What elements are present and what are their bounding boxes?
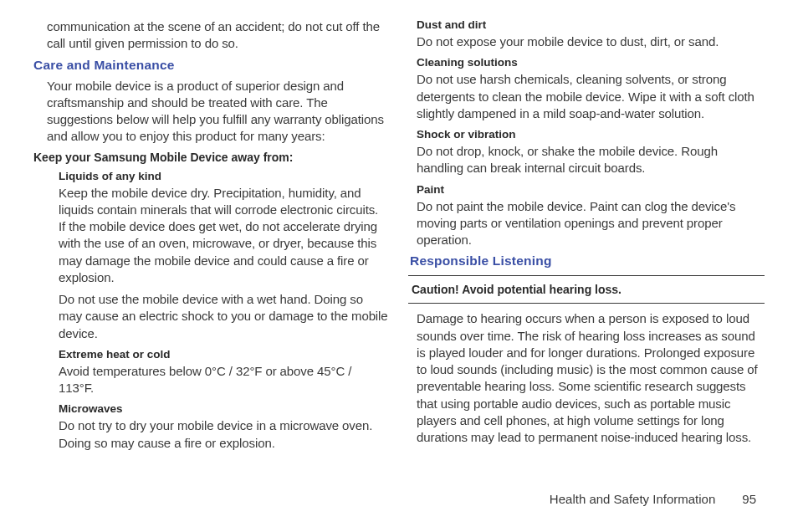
footer-section: Health and Safety Information — [550, 492, 715, 506]
liquids-heading: Liquids of any kind — [59, 170, 388, 182]
right-column: Dust and dirt Do not expose your mobile … — [417, 18, 765, 487]
heat-body: Avoid temperatures below 0°C / 32°F or a… — [59, 363, 388, 397]
listening-body: Damage to hearing occurs when a person i… — [417, 310, 765, 446]
shock-body: Do not drop, knock, or shake the mobile … — [417, 143, 765, 177]
page-footer: Health and Safety Information 95 — [40, 492, 765, 506]
cleaning-body: Do not use harsh chemicals, cleaning sol… — [417, 71, 765, 122]
care-intro: Your mobile device is a product of super… — [47, 78, 388, 146]
divider-top — [408, 275, 765, 276]
liquids-para1: Keep the mobile device dry. Precipitatio… — [59, 185, 388, 287]
care-maintenance-heading: Care and Maintenance — [33, 58, 388, 73]
paint-heading: Paint — [417, 183, 765, 196]
keep-away-heading: Keep your Samsung Mobile Device away fro… — [33, 151, 388, 164]
page-number: 95 — [742, 492, 756, 506]
microwaves-heading: Microwaves — [59, 402, 388, 415]
intro-continuation: communication at the scene of an acciden… — [47, 18, 388, 53]
divider-bottom — [408, 303, 765, 304]
shock-heading: Shock or vibration — [417, 128, 765, 141]
microwaves-body: Do not try to dry your mobile device in … — [59, 417, 388, 452]
cleaning-heading: Cleaning solutions — [417, 56, 765, 69]
caution-text: Caution! Avoid potential hearing loss. — [412, 283, 765, 296]
left-column: communication at the scene of an acciden… — [40, 18, 388, 487]
dust-body: Do not expose your mobile device to dust… — [417, 33, 765, 50]
liquids-para2: Do not use the mobile device with a wet … — [59, 291, 388, 342]
dust-heading: Dust and dirt — [417, 18, 765, 31]
heat-heading: Extreme heat or cold — [59, 348, 388, 361]
page-columns: communication at the scene of an acciden… — [40, 18, 765, 487]
paint-body: Do not paint the mobile device. Paint ca… — [417, 198, 765, 249]
responsible-listening-heading: Responsible Listening — [410, 253, 765, 269]
